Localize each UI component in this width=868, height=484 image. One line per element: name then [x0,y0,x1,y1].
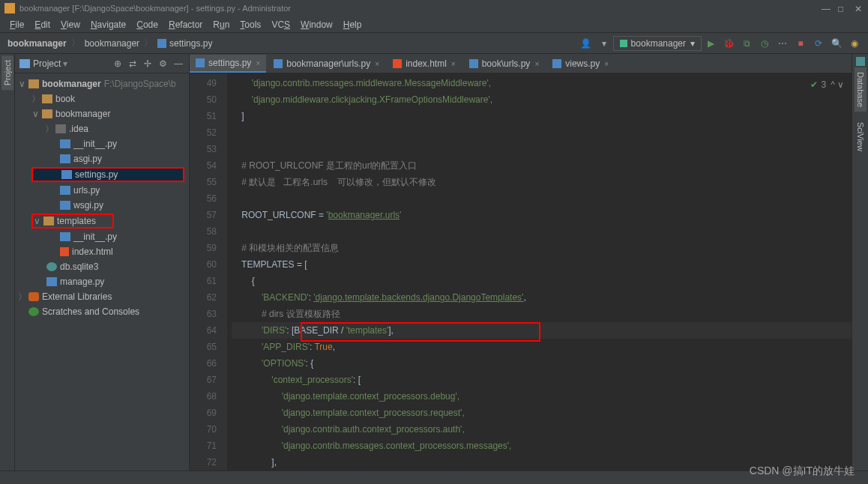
line-gutter: 4950515253545556575859606162636465666768… [190,73,227,471]
sciview-tool-tab[interactable]: SciView [855,118,867,156]
tree-settings[interactable]: settings.py [31,167,184,182]
more-button[interactable]: ⋯ [777,37,789,49]
tree-wsgi[interactable]: wsgi.py [15,198,189,213]
project-header: Project ▾ ⊕ ⇄ ✢ ⚙ — [15,54,189,73]
tree-sqlite[interactable]: db.sqlite3 [15,259,189,274]
titlebar: bookmanager [F:\DjangoSpace\bookmanager]… [0,0,868,16]
menu-vcs[interactable]: VCS [266,19,295,30]
breadcrumb-folder[interactable]: bookmanager [82,38,142,49]
tree-manage[interactable]: manage.py [15,274,189,289]
tree-urls[interactable]: urls.py [15,183,189,198]
user-icon[interactable]: 👤 [580,37,592,49]
tree-asgi[interactable]: asgi.py [15,151,189,166]
tree-idea[interactable]: 〉.idea [15,121,189,136]
menu-file[interactable]: File [4,19,29,30]
debug-button[interactable]: 🐞 [723,37,735,49]
menu-edit[interactable]: Edit [29,19,55,30]
minimize-button[interactable]: — [822,4,831,13]
tree-external[interactable]: 〉External Libraries [15,289,189,304]
breadcrumb-file[interactable]: settings.py [154,38,215,49]
menu-refactor[interactable]: Refactor [163,19,208,30]
database-tool-tab[interactable]: Database [855,67,867,112]
breadcrumb-root[interactable]: bookmanager [4,38,70,49]
code-editor[interactable]: 4950515253545556575859606162636465666768… [190,73,852,471]
menu-code[interactable]: Code [131,19,163,30]
select-opened-icon[interactable]: ⊕ [114,58,124,69]
tree-bookmanager[interactable]: ∨bookmanager [15,106,189,121]
watermark: CSDN @搞IT的放牛娃 [750,465,855,478]
app-icon [4,3,15,13]
close-button[interactable]: ✕ [855,4,864,13]
menubar: File Edit View Navigate Code Refactor Ru… [0,16,868,33]
right-tool-strip: Database SciView [852,54,868,471]
collapse-icon[interactable]: ✢ [144,58,154,69]
tab-views[interactable]: views.py× [546,55,615,73]
tree-templates-index[interactable]: index.html [15,244,189,259]
project-tool-tab[interactable]: Project [1,55,13,90]
close-tab-icon[interactable]: × [375,60,379,68]
tab-bm-urls[interactable]: bookmanager\urls.py× [268,55,385,73]
close-tab-icon[interactable]: × [604,60,609,68]
close-tab-icon[interactable]: × [256,59,260,67]
update-button[interactable]: ⟳ [813,37,825,49]
project-tree: ∨bookmanagerF:\DjangoSpace\b 〉book ∨book… [15,73,189,471]
avatar-icon[interactable]: ◉ [849,37,861,49]
window-title: bookmanager [F:\DjangoSpace\bookmanager]… [19,4,814,13]
profile-button[interactable]: ◷ [759,37,771,49]
menu-view[interactable]: View [55,19,85,30]
tree-root[interactable]: ∨bookmanagerF:\DjangoSpace\b [15,76,189,91]
menu-run[interactable]: Run [208,19,235,30]
search-button[interactable]: 🔍 [831,37,843,49]
tab-book-urls[interactable]: book\urls.py× [463,55,546,73]
tab-index[interactable]: index.html× [387,55,462,73]
navigation-bar: bookmanager 〉 bookmanager 〉 settings.py … [0,33,868,54]
statusbar [0,471,868,484]
expand-icon[interactable]: ⇄ [129,58,139,69]
menu-tools[interactable]: Tools [235,19,266,30]
tree-templates[interactable]: ∨templates [31,214,114,229]
left-tool-strip: Project [0,54,15,471]
tree-book[interactable]: 〉book [15,91,189,106]
tab-settings[interactable]: settings.py× [190,55,266,73]
coverage-button[interactable]: ⧉ [741,37,753,49]
dropdown-icon[interactable]: ▾ [598,37,610,49]
settings-icon[interactable]: ⚙ [159,58,169,69]
menu-navigate[interactable]: Navigate [85,19,131,30]
tree-init[interactable]: __init__.py [15,136,189,151]
highlight-box [301,322,540,342]
tree-scratches[interactable]: Scratches and Consoles [15,304,189,319]
menu-help[interactable]: Help [338,19,367,30]
tree-templates-init[interactable]: __init__.py [15,229,189,244]
hide-icon[interactable]: — [174,58,184,69]
inspection-status[interactable]: ✔3 ^ ∨ [810,76,844,93]
maximize-button[interactable]: □ [838,4,847,13]
run-button[interactable]: ▶ [705,37,717,49]
code-content[interactable]: ✔3 ^ ∨ 'django.contrib.messages.middlewa… [227,73,852,471]
editor-tabs: settings.py× bookmanager\urls.py× index.… [190,54,852,73]
menu-window[interactable]: Window [295,19,338,30]
close-tab-icon[interactable]: × [451,60,456,68]
close-tab-icon[interactable]: × [534,60,539,68]
run-configuration[interactable]: bookmanager▾ [613,36,702,51]
database-icon[interactable] [856,57,865,66]
stop-button[interactable]: ■ [795,37,807,49]
editor-area: settings.py× bookmanager\urls.py× index.… [190,54,852,471]
project-sidebar: Project ▾ ⊕ ⇄ ✢ ⚙ — ∨bookmanagerF:\Djang… [15,54,190,471]
